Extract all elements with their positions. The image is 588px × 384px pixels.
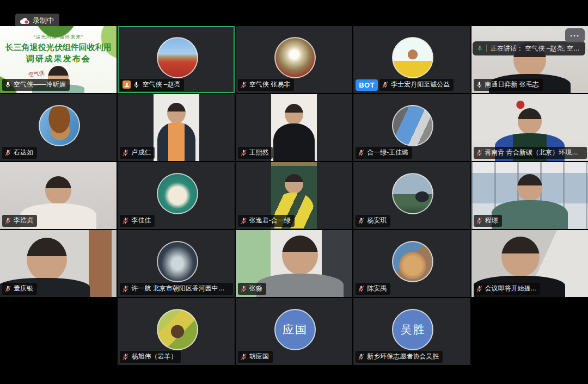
mic-muted-icon bbox=[382, 81, 388, 89]
recording-label: 录制中 bbox=[33, 16, 54, 26]
participant-grid: “追光向绿·循环未来” 长三角退役光伏组件回收利用 调研成果发布会 空气侠 空气… bbox=[0, 26, 588, 365]
mic-muted-icon bbox=[358, 353, 364, 361]
participant-name: 程璟 bbox=[485, 216, 498, 225]
avatar-initials: 吴胜 bbox=[392, 309, 433, 350]
mic-muted-icon bbox=[5, 217, 11, 225]
participant-name: 董庆银 bbox=[14, 284, 33, 293]
participant-tile[interactable]: 杨安琪 bbox=[353, 162, 470, 229]
participant-name: 新乡环保志愿者协会吴胜 bbox=[367, 352, 439, 361]
participant-tile[interactable]: 杨旭伟（岩羊） bbox=[118, 298, 234, 365]
mic-on-icon bbox=[476, 81, 482, 89]
avatar bbox=[392, 105, 433, 146]
participant-tile[interactable]: BOT 李士宏丹阳至诚公益 bbox=[353, 26, 470, 93]
mic-muted-icon bbox=[122, 285, 128, 293]
participant-tile[interactable]: 合一绿-王佳璐 bbox=[353, 94, 470, 161]
avatar bbox=[392, 241, 433, 282]
participant-name: 张淼 bbox=[249, 284, 262, 293]
video-feed bbox=[154, 94, 199, 161]
host-icon bbox=[122, 80, 131, 89]
participant-name: 李浩贞 bbox=[14, 216, 33, 225]
mic-muted-icon bbox=[5, 285, 11, 293]
participant-tile[interactable]: 吴胜 新乡环保志愿者协会吴胜 bbox=[353, 298, 470, 365]
participant-tile[interactable]: 李佳佳 bbox=[118, 162, 234, 229]
mic-on-icon bbox=[5, 81, 11, 89]
mic-muted-icon bbox=[122, 353, 128, 361]
mic-muted-icon bbox=[241, 149, 247, 157]
participant-name: 合一绿-王佳璐 bbox=[367, 148, 408, 157]
now-speaking-text: 正在讲话： 空气侠 –赵亮; 空气... bbox=[491, 44, 581, 53]
participant-tile[interactable]: 程璟 bbox=[471, 162, 588, 229]
participant-name: 空气侠 –赵亮 bbox=[142, 80, 180, 89]
avatar bbox=[157, 309, 198, 350]
participant-name: 李士宏丹阳至诚公益 bbox=[391, 80, 450, 89]
more-options-button[interactable]: ··· bbox=[565, 28, 585, 42]
participant-name: 空气侠——冷昕媚 bbox=[14, 80, 66, 89]
participant-tile[interactable]: 石达如 bbox=[0, 94, 117, 161]
mic-muted-icon bbox=[358, 149, 364, 157]
participant-tile[interactable]: 空气侠 张易非 bbox=[236, 26, 352, 93]
participant-name: 蒋南青 青合新碳（北京）环境科技有限 bbox=[485, 148, 583, 157]
mic-muted-icon bbox=[241, 353, 247, 361]
mic-muted-icon bbox=[122, 217, 128, 225]
participant-tile[interactable]: 张淼 bbox=[236, 230, 352, 297]
mic-muted-icon bbox=[122, 149, 128, 157]
mic-muted-icon bbox=[5, 149, 11, 157]
avatar bbox=[157, 37, 198, 78]
participant-tile[interactable]: 李浩贞 bbox=[0, 162, 117, 229]
participant-tile[interactable]: 陈安禹 bbox=[353, 230, 470, 297]
banner-text: “追光向绿·循环未来” 长三角退役光伏组件回收利用 调研成果发布会 bbox=[0, 34, 117, 64]
banner-title-line1: 长三角退役光伏组件回收利用 bbox=[0, 42, 117, 53]
avatar bbox=[157, 241, 198, 282]
participant-tile[interactable]: 王熙然 bbox=[236, 94, 352, 161]
now-speaking-toast: 正在讲话： 空气侠 –赵亮; 空气... bbox=[473, 41, 585, 55]
participant-tile[interactable]: ··· 正在讲话： 空气侠 –赵亮; 空气... 南通日弈新 张毛志 bbox=[471, 26, 588, 93]
participant-name: 李佳佳 bbox=[131, 216, 151, 225]
participant-tile[interactable]: 许一航 北京市朝阳区香河园中心康复科 bbox=[118, 230, 234, 297]
participant-name: 卢成仁 bbox=[131, 148, 151, 157]
participant-tile[interactable]: 卢成仁 bbox=[118, 94, 234, 161]
participant-name: 会议即将开始提... bbox=[485, 284, 536, 293]
participant-name: 陈安禹 bbox=[367, 284, 387, 293]
participant-name: 张逸君-合一绿 bbox=[249, 216, 291, 225]
participant-tile[interactable]: 会议即将开始提... bbox=[471, 230, 588, 297]
avatar bbox=[274, 37, 316, 78]
avatar bbox=[157, 173, 198, 214]
participant-name: 杨旭伟（岩羊） bbox=[131, 352, 177, 361]
mic-muted-icon bbox=[476, 217, 482, 225]
mic-muted-icon bbox=[476, 285, 482, 293]
participant-tile[interactable]: 张逸君-合一绿 bbox=[236, 162, 352, 229]
mic-muted-icon bbox=[241, 217, 247, 225]
speaking-mic-icon bbox=[477, 45, 482, 52]
mic-muted-icon bbox=[241, 81, 247, 89]
avatar bbox=[39, 105, 80, 146]
participant-tile[interactable]: “追光向绿·循环未来” 长三角退役光伏组件回收利用 调研成果发布会 空气侠 空气… bbox=[0, 26, 117, 93]
video-feed bbox=[271, 94, 317, 161]
mic-muted-icon bbox=[358, 285, 364, 293]
cloud-recording-icon bbox=[20, 17, 29, 24]
meeting-window: 录制中 “追光向绿·循环未来” 长三角退役光伏组件回收利用 调研成果发布会 空气… bbox=[0, 0, 588, 384]
banner-tagline: “追光向绿·循环未来” bbox=[0, 34, 117, 41]
participant-name: 王熙然 bbox=[249, 148, 269, 157]
mic-muted-icon bbox=[241, 285, 247, 293]
participant-name: 石达如 bbox=[14, 148, 33, 157]
participant-name: 空气侠 张易非 bbox=[249, 80, 290, 89]
toast-divider bbox=[486, 45, 487, 52]
participant-tile-active-speaker[interactable]: 空气侠 –赵亮 bbox=[118, 26, 234, 93]
participant-tile[interactable]: 董庆银 bbox=[0, 230, 117, 297]
bot-badge: BOT bbox=[356, 79, 378, 91]
participant-tile[interactable]: 应国 胡应国 bbox=[236, 298, 352, 365]
avatar-initials: 应国 bbox=[274, 309, 316, 350]
participant-tile[interactable]: 蒋南青 青合新碳（北京）环境科技有限 bbox=[471, 94, 588, 161]
participant-name: 杨安琪 bbox=[367, 216, 387, 225]
participant-name: 许一航 北京市朝阳区香河园中心康复科 bbox=[131, 284, 229, 293]
participant-name: 南通日弈新 张毛志 bbox=[485, 80, 539, 89]
participant-name: 胡应国 bbox=[249, 352, 269, 361]
mic-on-icon bbox=[133, 81, 139, 89]
mic-muted-icon bbox=[476, 149, 482, 157]
banner-title-line2: 调研成果发布会 bbox=[0, 54, 117, 64]
avatar bbox=[392, 37, 433, 78]
avatar bbox=[392, 173, 433, 214]
mic-muted-icon bbox=[358, 217, 364, 225]
